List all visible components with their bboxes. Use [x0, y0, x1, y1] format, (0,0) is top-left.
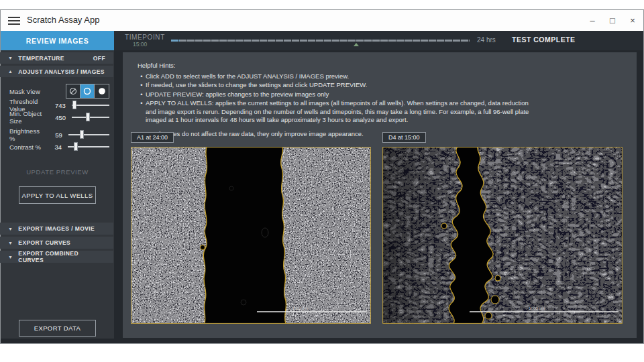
- section-export-curves[interactable]: ▼ EXPORT CURVES: [0, 237, 113, 249]
- section-adjust-label: ADJUST ANALYSIS / IMAGES: [18, 68, 104, 75]
- min-object-label: Min. Object Size: [9, 110, 51, 125]
- tab-review-images[interactable]: REVIEW IMAGES: [1, 31, 114, 50]
- section-temperature-label: TEMPERATURE: [18, 55, 64, 62]
- timepoint-bar: TIMEPOINT 15:00 24 hrs TEST COMPLETE: [114, 31, 643, 50]
- dim-overlay: [382, 147, 623, 324]
- preview-image-a1[interactable]: 1000 µm: [131, 147, 371, 324]
- hint-item: •UPDATE PREVIEW: applies changes to the …: [138, 90, 540, 99]
- hint-item: •Click ADD to select wells for the ADJUS…: [138, 72, 540, 81]
- well-label-a1: A1 at 24:00: [131, 132, 174, 143]
- chevron-down-icon: ▼: [8, 255, 13, 259]
- hints-title: Helpful Hints:: [138, 62, 540, 70]
- chevron-up-icon: ▲: [8, 69, 13, 74]
- threshold-slider-handle[interactable]: [72, 101, 76, 109]
- contrast-label: Contrast %: [9, 143, 41, 151]
- export-data-button[interactable]: EXPORT DATA: [19, 320, 96, 337]
- slider-row-brightness: Brightness % 59: [0, 129, 113, 140]
- scratch-wound-region: [203, 147, 286, 324]
- scale-bar-label: 1000 µm: [529, 306, 544, 310]
- scale-bar-label: 1000 µm: [292, 306, 307, 310]
- brightness-slider[interactable]: [68, 129, 109, 140]
- export-images-label: EXPORT IMAGES / MOVIE: [18, 225, 95, 232]
- hints-list: •Click ADD to select wells for the ADJUS…: [138, 72, 540, 125]
- chevron-down-icon: ▼: [8, 56, 13, 60]
- mask-outline-island: [485, 312, 492, 319]
- window-controls: – □ ×: [582, 10, 643, 31]
- timepoint-slider-track[interactable]: [171, 40, 470, 42]
- window-title: Scratch Assay App: [27, 15, 99, 25]
- apply-to-all-wells-button[interactable]: APPLY TO ALL WELLS: [19, 186, 96, 204]
- section-export-combined-curves[interactable]: ▼ EXPORT COMBINED CURVES: [0, 251, 113, 263]
- minimize-icon[interactable]: –: [582, 10, 602, 31]
- hints-note: Note: Changes do not affect the raw data…: [138, 130, 540, 139]
- slider-row-contrast: Contrast % 34: [0, 141, 113, 152]
- maximize-icon[interactable]: □: [602, 10, 623, 31]
- timepoint-slider-marker[interactable]: [354, 43, 359, 46]
- mask-outline-loop: [201, 245, 205, 250]
- slider-row-min-object: Min. Object Size 450: [0, 112, 113, 123]
- threshold-value: 743: [51, 102, 66, 109]
- temperature-value: OFF: [93, 55, 105, 62]
- helpful-hints: Helpful Hints: •Click ADD to select well…: [138, 62, 540, 138]
- timepoint-slider[interactable]: [171, 38, 470, 47]
- update-preview-button[interactable]: UPDATE PREVIEW: [1, 168, 114, 176]
- section-temperature[interactable]: ▼ TEMPERATURE OFF: [0, 52, 113, 64]
- mask-outline-island: [495, 276, 500, 281]
- brightness-slider-handle[interactable]: [80, 130, 84, 139]
- mask-view-toggle-group: [66, 84, 109, 99]
- brightness-label: Brightness %: [9, 127, 46, 142]
- mask-off-icon[interactable]: [66, 84, 80, 98]
- hint-item: •APPLY TO ALL WELLS: applies the current…: [138, 99, 540, 125]
- section-adjust-analysis[interactable]: ▲ ADJUST ANALYSIS / IMAGES: [0, 66, 113, 77]
- timepoint-end-label: 24 hrs: [477, 36, 496, 44]
- min-object-slider-handle[interactable]: [86, 113, 90, 121]
- close-icon[interactable]: ×: [623, 10, 643, 31]
- chevron-down-icon: ▼: [8, 241, 13, 245]
- threshold-slider[interactable]: [72, 100, 109, 111]
- test-status-label: TEST COMPLETE: [512, 36, 576, 44]
- mask-view-label: Mask View: [9, 88, 40, 95]
- mask-outline-icon[interactable]: [80, 84, 95, 98]
- contrast-slider[interactable]: [68, 141, 109, 152]
- brightness-value: 59: [46, 131, 62, 139]
- slider-row-threshold: Threshold Value 743: [0, 100, 113, 111]
- well-label-d4: D4 at 15:00: [382, 132, 426, 143]
- mask-outline-island: [441, 223, 447, 229]
- timepoint-label: TIMEPOINT: [125, 34, 165, 41]
- min-object-value: 450: [51, 114, 66, 121]
- hint-item: •If needed, use the sliders to change th…: [138, 81, 540, 90]
- mask-outline-island: [491, 296, 499, 304]
- timepoint-current-time: 15:00: [133, 41, 147, 48]
- contrast-value: 34: [46, 143, 62, 151]
- hamburger-menu-icon[interactable]: [8, 17, 20, 25]
- section-export-images[interactable]: ▼ EXPORT IMAGES / MOVIE: [0, 223, 113, 235]
- preview-image-d4[interactable]: 1000 µm: [382, 147, 623, 324]
- main-panel: Helpful Hints: •Click ADD to select well…: [123, 52, 637, 338]
- export-combined-curves-label: EXPORT COMBINED CURVES: [18, 250, 105, 263]
- export-curves-label: EXPORT CURVES: [18, 239, 70, 246]
- mask-filled-icon[interactable]: [95, 84, 109, 98]
- contrast-slider-handle[interactable]: [74, 142, 78, 151]
- min-object-slider[interactable]: [72, 112, 109, 123]
- screenshot-stage: Scratch Assay App – □ × REVIEW IMAGES TI…: [0, 0, 644, 362]
- chevron-down-icon: ▼: [8, 227, 13, 231]
